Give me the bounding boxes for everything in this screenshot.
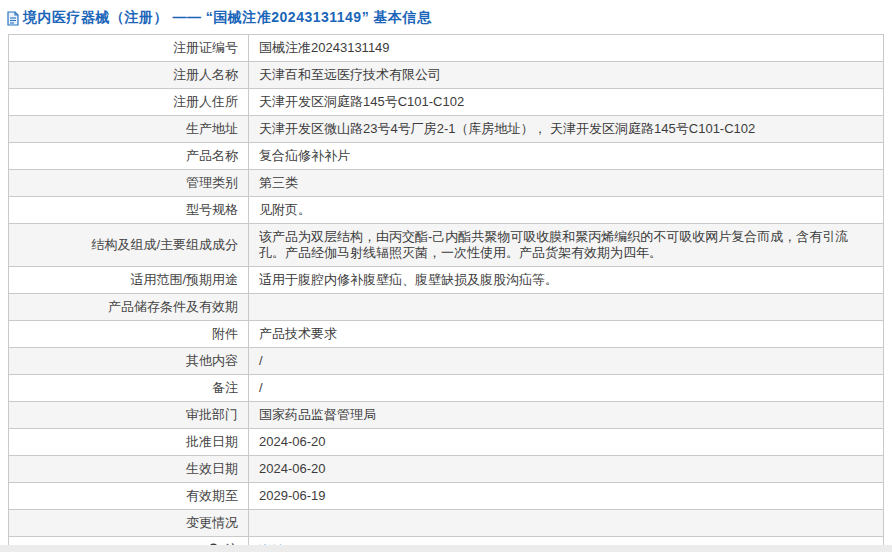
row-value-cell: / [249, 375, 884, 402]
row-label-cell: 注册人住所 [9, 89, 249, 116]
row-label: 型号规格 [186, 202, 238, 217]
row-label: 注册人住所 [173, 94, 238, 109]
row-label-cell: 适用范围/预期用途 [9, 267, 249, 294]
row-label: 适用范围/预期用途 [130, 272, 238, 287]
table-row: 适用范围/预期用途适用于腹腔内修补腹壁疝、腹壁缺损及腹股沟疝等。 [9, 267, 884, 294]
row-value-cell: 产品技术要求 [249, 321, 884, 348]
table-row: 变更情况 [9, 510, 884, 537]
row-label-cell: 其他内容 [9, 348, 249, 375]
row-label: 附件 [212, 326, 238, 341]
row-label: 结构及组成/主要组成成分 [91, 237, 238, 252]
detail-link[interactable]: 详情 [259, 543, 285, 545]
row-label-cell: 产品储存条件及有效期 [9, 294, 249, 321]
row-value: 该产品为双层结构，由丙交酯-己内酯共聚物可吸收膜和聚丙烯编织的不可吸收网片复合而… [259, 229, 848, 260]
row-label-cell: 审批部门 [9, 402, 249, 429]
row-label: 注 [225, 542, 238, 545]
row-value: 第三类 [259, 175, 298, 190]
row-value: 见附页。 [259, 202, 311, 217]
page-bottom-band [0, 545, 892, 552]
row-value: 2024-06-20 [259, 461, 326, 476]
table-row: 有效期至2029-06-19 [9, 483, 884, 510]
row-label-cell: 批准日期 [9, 429, 249, 456]
row-label-cell: 有效期至 [9, 483, 249, 510]
table-row: 注册人住所天津开发区洞庭路145号C101-C102 [9, 89, 884, 116]
row-value-cell: 适用于腹腔内修补腹壁疝、腹壁缺损及腹股沟疝等。 [249, 267, 884, 294]
info-table-body: 注册证编号国械注准20243131149注册人名称天津百和至远医疗技术有限公司注… [9, 35, 884, 546]
row-label-cell: 管理类别 [9, 170, 249, 197]
row-value-cell: 详情 [249, 537, 884, 546]
table-row: 型号规格见附页。 [9, 197, 884, 224]
row-label-cell: 结构及组成/主要组成成分 [9, 224, 249, 267]
row-value-cell: 复合疝修补补片 [249, 143, 884, 170]
table-row: 备注/ [9, 375, 884, 402]
row-label: 批准日期 [186, 434, 238, 449]
row-label: 审批部门 [186, 407, 238, 422]
info-table-container: 注册证编号国械注准20243131149注册人名称天津百和至远医疗技术有限公司注… [8, 34, 884, 545]
page-title: 境内医疗器械（注册） —— “国械注准20243131149” 基本信息 [23, 9, 432, 27]
row-value-cell: 国械注准20243131149 [249, 35, 884, 62]
row-value: 天津开发区微山路23号4号厂房2-1（库房地址）， 天津开发区洞庭路145号C1… [259, 121, 755, 136]
row-value-cell: 2024-06-20 [249, 456, 884, 483]
table-row: 注册人名称天津百和至远医疗技术有限公司 [9, 62, 884, 89]
row-label-cell: 备注 [9, 375, 249, 402]
row-value: 2024-06-20 [259, 434, 326, 449]
row-label-cell: 产品名称 [9, 143, 249, 170]
table-row: 批准日期2024-06-20 [9, 429, 884, 456]
row-value: / [259, 380, 263, 395]
row-label: 管理类别 [186, 175, 238, 190]
table-row: 管理类别第三类 [9, 170, 884, 197]
row-label-cell: 附件 [9, 321, 249, 348]
row-value: 产品技术要求 [259, 326, 337, 341]
row-label: 生产地址 [186, 121, 238, 136]
table-row: 结构及组成/主要组成成分该产品为双层结构，由丙交酯-己内酯共聚物可吸收膜和聚丙烯… [9, 224, 884, 267]
row-value-cell: 2029-06-19 [249, 483, 884, 510]
row-value-cell: / [249, 348, 884, 375]
document-icon [6, 11, 20, 26]
row-value-cell: 见附页。 [249, 197, 884, 224]
row-value: 天津百和至远医疗技术有限公司 [259, 67, 441, 82]
table-row: 附件产品技术要求 [9, 321, 884, 348]
table-row: 注册证编号国械注准20243131149 [9, 35, 884, 62]
row-value-cell: 国家药品监督管理局 [249, 402, 884, 429]
table-row: 其他内容/ [9, 348, 884, 375]
row-label-cell: 注册人名称 [9, 62, 249, 89]
row-label: 产品名称 [186, 148, 238, 163]
note-icon [208, 543, 219, 545]
row-value-cell [249, 294, 884, 321]
row-value-cell: 天津开发区洞庭路145号C101-C102 [249, 89, 884, 116]
row-label: 有效期至 [186, 488, 238, 503]
row-label-cell: 变更情况 [9, 510, 249, 537]
row-label: 注册证编号 [173, 40, 238, 55]
row-label: 注册人名称 [173, 67, 238, 82]
table-row: 审批部门国家药品监督管理局 [9, 402, 884, 429]
table-row: 生产地址天津开发区微山路23号4号厂房2-1（库房地址）， 天津开发区洞庭路14… [9, 116, 884, 143]
row-value-cell: 天津开发区微山路23号4号厂房2-1（库房地址）， 天津开发区洞庭路145号C1… [249, 116, 884, 143]
row-value-cell: 该产品为双层结构，由丙交酯-己内酯共聚物可吸收膜和聚丙烯编织的不可吸收网片复合而… [249, 224, 884, 267]
registration-detail-page: 境内医疗器械（注册） —— “国械注准20243131149” 基本信息 注册证… [0, 0, 892, 545]
row-label-cell: 生产地址 [9, 116, 249, 143]
table-row: 产品名称复合疝修补补片 [9, 143, 884, 170]
row-label-cell: 生效日期 [9, 456, 249, 483]
row-value: 天津开发区洞庭路145号C101-C102 [259, 94, 464, 109]
row-value-cell [249, 510, 884, 537]
row-value-cell: 2024-06-20 [249, 429, 884, 456]
row-value: 复合疝修补补片 [259, 148, 350, 163]
table-row: 生效日期2024-06-20 [9, 456, 884, 483]
row-label: 其他内容 [186, 353, 238, 368]
row-label-cell: 型号规格 [9, 197, 249, 224]
row-label-cell: 注 [9, 537, 249, 546]
row-value: / [259, 353, 263, 368]
row-label: 生效日期 [186, 461, 238, 476]
row-value: 2029-06-19 [259, 488, 326, 503]
row-label-cell: 注册证编号 [9, 35, 249, 62]
row-label: 备注 [212, 380, 238, 395]
table-row: 产品储存条件及有效期 [9, 294, 884, 321]
row-label: 产品储存条件及有效期 [108, 299, 238, 314]
row-value-cell: 天津百和至远医疗技术有限公司 [249, 62, 884, 89]
page-header: 境内医疗器械（注册） —— “国械注准20243131149” 基本信息 [0, 0, 892, 34]
row-value: 适用于腹腔内修补腹壁疝、腹壁缺损及腹股沟疝等。 [259, 272, 558, 287]
info-table: 注册证编号国械注准20243131149注册人名称天津百和至远医疗技术有限公司注… [8, 34, 884, 545]
table-row: 注详情 [9, 537, 884, 546]
row-label: 变更情况 [186, 515, 238, 530]
row-value: 国家药品监督管理局 [259, 407, 376, 422]
